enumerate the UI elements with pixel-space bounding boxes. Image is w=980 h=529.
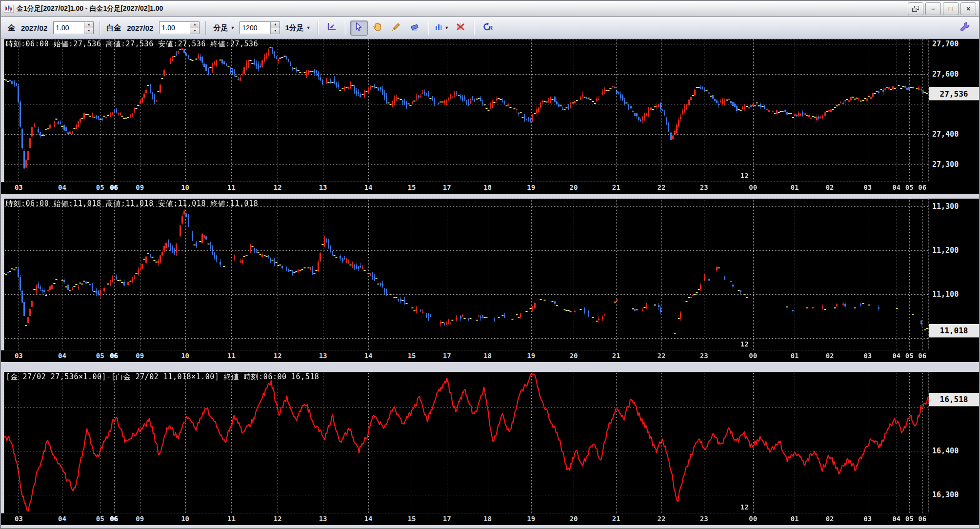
close-button[interactable]: × (960, 2, 976, 15)
time-axis-label: 12 (274, 352, 282, 360)
chevron-down-icon: ▼ (230, 25, 235, 30)
time-axis-label: 06 (918, 515, 926, 523)
time-axis-label: 15 (408, 515, 416, 523)
reload-tool-button[interactable]: R (479, 20, 497, 36)
draw-tool-icon (391, 22, 401, 34)
time-axis-label: 20 (569, 183, 578, 191)
time-axis-label: 23 (700, 352, 708, 360)
chart-type-tool-button[interactable]: ▼ (433, 20, 451, 36)
spread-chart-canvas[interactable] (4, 372, 929, 513)
gold-month-label: 2027/02 (21, 24, 47, 32)
spin-down-icon[interactable]: ▼ (84, 28, 93, 34)
time-axis-label: 22 (658, 515, 666, 523)
time-axis-label: 17 (443, 183, 451, 191)
current-price-box: 16,518 (929, 393, 979, 407)
time-axis-label: 19 (527, 352, 535, 360)
draw-tool-button[interactable] (387, 20, 405, 36)
time-axis-label: 03 (863, 183, 872, 191)
bar-count-input[interactable] (240, 22, 270, 34)
toolbar-separator (100, 21, 100, 35)
app-window: 金1分足[2027/02]1.00 - 白金1分足[2027/02]1.00 –… (0, 0, 980, 529)
float-window-icon (912, 6, 919, 12)
time-axis-label: 13 (319, 515, 327, 523)
time-axis-label: 06 (110, 183, 118, 191)
time-axis-label: 14 (364, 515, 373, 523)
time-axis-label: 03 (15, 352, 23, 360)
svg-text:R: R (489, 25, 493, 31)
time-axis-label: 18 (483, 183, 492, 191)
toolbar: 金 2027/02 ▲▼ 白金 2027/02 ▲▼ 分足▼ ▲▼ 1分足▼ ▼… (1, 17, 979, 39)
time-axis-label: 00 (749, 183, 757, 191)
time-axis-label: 14 (364, 352, 373, 360)
time-axis-label: 04 (58, 352, 66, 360)
time-axis-label: 11 (227, 352, 236, 360)
time-axis-label: 00 (749, 515, 757, 523)
spin-up-icon[interactable]: ▲ (271, 22, 280, 28)
time-axis-label: 04 (58, 183, 66, 191)
reload-tool-icon: R (482, 22, 493, 33)
spread-chart-plot[interactable]: [金 27/02 27,536×1.00]-[白金 27/02 11,018×1… (4, 372, 929, 513)
platinum-ohlc-readout: 時刻:06:00 始値:11,018 高値:11,018 安値:11,018 終… (6, 199, 258, 208)
spin-up-icon[interactable]: ▲ (190, 22, 199, 28)
title-bar[interactable]: 金1分足[2027/02]1.00 - 白金1分足[2027/02]1.00 –… (1, 1, 979, 17)
cursor-tool-button[interactable] (350, 20, 368, 36)
platinum-label: 白金 (106, 23, 121, 33)
float-window-button[interactable] (908, 2, 923, 15)
time-axis-label: 22 (658, 183, 666, 191)
time-axis-label: 18 (483, 352, 492, 360)
time-axis-label: 13 (319, 183, 327, 191)
axis-scale-tool-icon (326, 22, 337, 34)
time-axis-label: 15 (408, 183, 416, 191)
platinum-multiplier-input[interactable] (160, 22, 190, 34)
spread-price-axis: 16,40016,30016,518 (929, 372, 979, 513)
time-axis-label: 17 (443, 515, 451, 523)
time-axis-label: 03 (863, 352, 872, 360)
time-axis-label: 20 (569, 515, 578, 523)
time-axis-label: 22 (658, 352, 666, 360)
maximize-button[interactable]: □ (943, 2, 959, 15)
platinum-chart-canvas[interactable] (4, 199, 929, 350)
axis-scale-tool-button[interactable] (323, 20, 340, 36)
platinum-chart-plot[interactable]: 時刻:06:00 始値:11,018 高値:11,018 安値:11,018 終… (4, 199, 929, 350)
current-price-box: 11,018 (929, 324, 979, 338)
spin-up-icon[interactable]: ▲ (84, 22, 93, 28)
bar-type-dropdown[interactable]: 1分足▼ (282, 22, 313, 34)
gold-chart-plot[interactable]: 時刻:06:00 始値:27,536 高値:27,536 安値:27,536 終… (4, 39, 929, 182)
time-axis-label: 19 (527, 515, 535, 523)
pan-tool-button[interactable] (369, 20, 386, 36)
remove-chart-tool-button[interactable] (452, 20, 469, 36)
time-axis-label: 02 (826, 352, 834, 360)
time-axis-label: 05 (96, 352, 104, 360)
time-axis-label: 03 (863, 515, 872, 523)
minimize-icon: – (931, 5, 935, 13)
gold-multiplier-spinner[interactable]: ▲▼ (53, 21, 94, 34)
settings-wrench-button[interactable] (958, 20, 972, 33)
time-axis-label: 06 (918, 352, 926, 360)
minimize-button[interactable]: – (925, 2, 941, 15)
erase-tool-button[interactable] (406, 20, 423, 36)
spin-down-icon[interactable]: ▼ (271, 28, 280, 34)
gold-multiplier-input[interactable] (54, 22, 84, 34)
bar-count-spinner[interactable]: ▲▼ (240, 21, 280, 34)
price-axis-label: 27,600 (932, 70, 959, 79)
time-axis: 0304050609101112131415171819202122230001… (1, 513, 979, 525)
price-axis-label: 16,300 (932, 490, 959, 499)
toolbar-separator (474, 21, 475, 35)
time-axis-label: 12 (274, 183, 282, 191)
time-axis-label: 23 (700, 183, 708, 191)
toolbar-separator (428, 21, 429, 35)
time-axis-label: 01 (791, 183, 799, 191)
remove-chart-tool-icon (456, 22, 465, 33)
time-axis-label: 20 (569, 352, 578, 360)
close-icon: × (966, 5, 970, 13)
price-axis-label: 11,200 (932, 246, 959, 255)
platinum-price-axis: 11,30011,20011,10011,018 (929, 199, 979, 350)
time-axis-label: 04 (892, 183, 900, 191)
platinum-multiplier-spinner[interactable]: ▲▼ (159, 21, 200, 34)
wrench-icon (960, 21, 970, 32)
price-axis-label: 27,400 (932, 130, 959, 139)
spin-down-icon[interactable]: ▼ (190, 28, 199, 34)
gold-chart-canvas[interactable] (4, 39, 929, 182)
date-label: 12 (740, 503, 749, 511)
minute-chart-dropdown[interactable]: 分足▼ (210, 22, 238, 34)
